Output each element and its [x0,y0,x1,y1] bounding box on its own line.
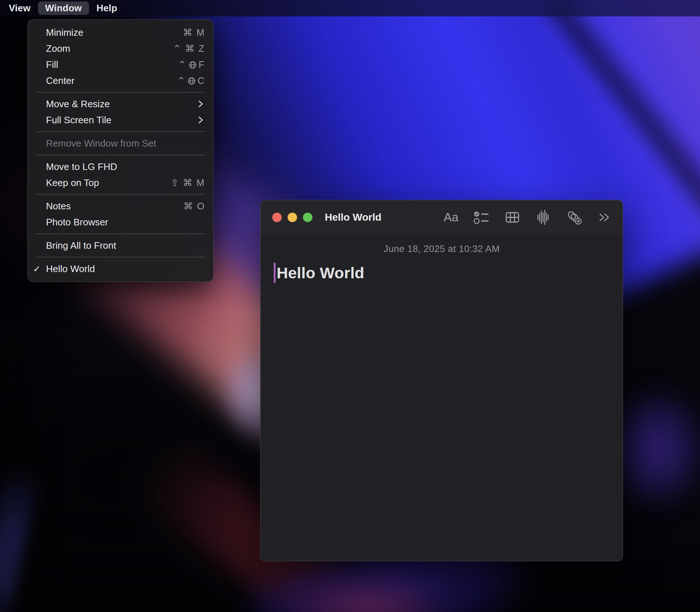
traffic-lights [272,213,312,222]
menu-item-shortcut: ⇧ ⌘ M [171,177,205,189]
checklist-icon [473,209,490,225]
globe-icon [188,61,197,69]
menu-item-label: Notes [46,201,184,212]
menu-item-notes[interactable]: Notes ⌘ O [28,198,213,214]
menu-item-fill[interactable]: Fill ⌃ F [28,57,213,73]
more-toolbar-button[interactable] [596,209,613,225]
menu-bar: View Window Help [0,0,700,16]
menu-item-remove-window-from-set: Remove Window from Set [28,135,213,151]
menu-separator [36,257,205,257]
menu-item-minimize[interactable]: Minimize ⌘ M [28,24,213,40]
checkmark-icon: ✓ [28,264,46,274]
menu-item-label: Keep on Top [46,177,171,189]
double-chevron-right-icon [597,212,612,222]
menu-item-photo-browser[interactable]: Photo Browser [28,214,213,230]
window-title: Hello World [325,212,381,223]
menubar-item-help[interactable]: Help [89,1,124,15]
audio-graph-button[interactable] [534,209,552,225]
menu-item-shortcut: ⌘ M [183,27,205,38]
menubar-item-label: Help [96,3,117,14]
format-text-button[interactable]: Aa [442,209,460,225]
menu-item-label: Photo Browser [46,217,205,228]
submenu-chevron-icon [196,115,205,125]
format-text-icon: Aa [444,210,458,224]
menu-item-label: Full Screen Tile [46,115,196,126]
menubar-item-window[interactable]: Window [38,1,89,15]
menu-item-label: Fill [46,59,178,70]
minimize-button[interactable] [288,213,297,222]
menu-item-full-screen-tile[interactable]: Full Screen Tile [28,112,213,128]
menu-item-label: Minimize [46,27,183,38]
menu-item-move-resize[interactable]: Move & Resize [28,96,213,112]
menu-item-shortcut: ⌃ ⌘ Z [173,43,205,54]
menu-item-center[interactable]: Center ⌃ C [28,73,213,89]
notes-window: Hello World Aa [260,200,623,561]
menu-separator [36,92,205,93]
note-timestamp: June 18, 2025 at 10:32 AM [274,243,609,255]
window-dropdown-menu: Minimize ⌘ M Zoom ⌃ ⌘ Z Fill ⌃ F Center … [27,19,214,282]
menu-item-shortcut: ⌘ O [184,201,205,212]
table-button[interactable] [504,209,521,225]
note-title-line: Hello World [274,263,609,283]
zoom-button[interactable] [303,213,312,222]
menu-item-shortcut: ⌃ C [177,75,205,86]
menubar-item-view[interactable]: View [1,1,38,15]
menu-item-bring-all-to-front[interactable]: Bring All to Front [28,237,213,253]
checklist-button[interactable] [473,209,491,225]
menu-item-move-to-lg-fhd[interactable]: Move to LG FHD [28,159,213,175]
add-link-icon [565,209,582,225]
menu-item-shortcut: ⌃ F [178,59,205,70]
menu-item-zoom[interactable]: Zoom ⌃ ⌘ Z [28,40,213,57]
note-editor[interactable]: June 18, 2025 at 10:32 AM Hello World [261,243,623,283]
menu-item-label: Center [46,75,177,86]
menu-separator [36,155,205,155]
add-link-button[interactable] [565,209,582,225]
menu-item-label: Move & Resize [46,98,196,110]
note-body-text: Hello World [277,264,364,282]
menu-item-label: Move to LG FHD [46,161,205,173]
table-icon [504,209,520,225]
audio-graph-icon [535,209,551,225]
menu-item-label: Remove Window from Set [46,138,205,149]
close-button[interactable] [272,213,282,222]
text-caret [274,263,276,283]
globe-icon [187,77,196,85]
menu-item-keep-on-top[interactable]: Keep on Top ⇧ ⌘ M [28,175,213,191]
desktop: View Window Help Minimize ⌘ M Zoom ⌃ ⌘ Z… [0,0,700,612]
menu-item-label: Bring All to Front [46,240,205,251]
menu-item-label: Zoom [46,43,173,54]
submenu-chevron-icon [196,99,205,109]
notes-toolbar: Aa [442,209,613,225]
notes-titlebar[interactable]: Hello World Aa [261,200,623,235]
menu-separator [36,194,205,195]
menubar-item-label: View [9,3,31,14]
menubar-item-label: Window [45,3,82,14]
menu-separator [36,233,205,234]
menu-item-hello-world[interactable]: ✓ Hello World [28,261,213,277]
menu-item-label: Hello World [46,263,205,275]
menu-separator [36,131,205,132]
